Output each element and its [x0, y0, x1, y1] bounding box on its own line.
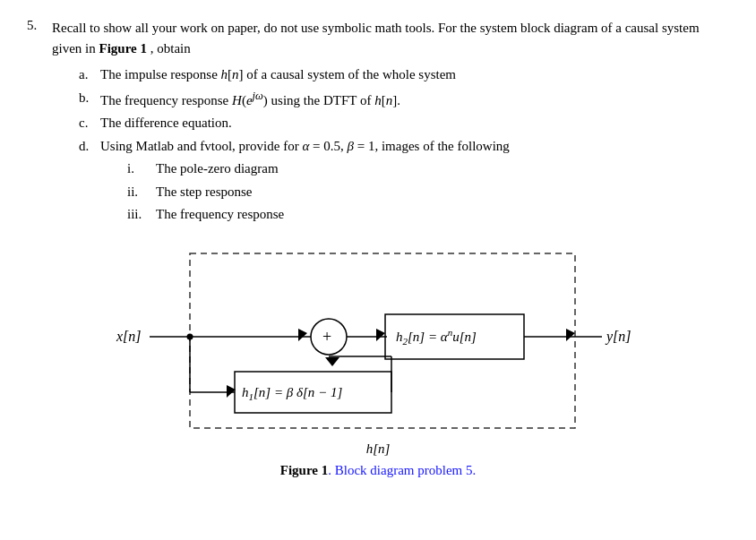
math-jw: jω: [253, 90, 263, 102]
sub-d-text: Using Matlab and fvtool, provide for α =…: [100, 135, 510, 227]
sub-b-text: The frequency response H(ejω) using the …: [100, 87, 400, 113]
x-label: x[n]: [116, 329, 142, 344]
sub-sub-i-text: The pole-zero diagram: [156, 158, 279, 181]
problem-container: 5. Recall to show all your work on paper…: [27, 18, 729, 227]
sub-sub-ii-text: The step response: [156, 181, 252, 204]
sub-item-c: c. The difference equation.: [79, 112, 729, 135]
problem-number: 5.: [27, 18, 45, 227]
diagram-container: x[n] + h2[n] = αnu[n]: [27, 244, 729, 478]
label-b: b.: [79, 87, 93, 113]
arrow-to-summer: [298, 329, 307, 341]
intro-end: , obtain: [150, 41, 191, 56]
sub-sub-item-ii: ii. The step response: [127, 181, 510, 204]
outer-dashed-box: [190, 253, 575, 428]
label-a: a.: [79, 64, 93, 87]
label-c: c.: [79, 112, 93, 135]
arrow-to-h2: [376, 329, 385, 341]
sub-a-text: The impulse response h[n] of a causal sy…: [100, 64, 456, 87]
math-beta: β: [347, 139, 353, 153]
sub-c-text: The difference equation.: [100, 112, 232, 135]
sub-items-list: a. The impulse response h[n] of a causal…: [79, 64, 729, 227]
math-e: e: [246, 93, 253, 107]
arrow-output: [566, 329, 575, 341]
math-hn: h: [221, 67, 228, 81]
math-alpha: α: [302, 139, 309, 153]
sub-sub-list: i. The pole-zero diagram ii. The step re…: [127, 158, 510, 227]
intro-text: Recall to show all your work on paper, d…: [52, 21, 700, 56]
figure-caption: Figure 1. Block diagram problem 5.: [280, 463, 476, 478]
math-hn2: h: [374, 93, 382, 107]
block-diagram-svg: x[n] + h2[n] = αnu[n]: [100, 244, 656, 450]
label-d: d.: [79, 135, 93, 227]
figure-caption-text: . Block diagram problem 5.: [328, 463, 476, 477]
plus-symbol: +: [322, 328, 331, 346]
label-i: i.: [127, 158, 149, 181]
label-ii: ii.: [127, 181, 149, 204]
figure-ref: Figure 1: [99, 41, 147, 56]
y-label: y[n]: [605, 329, 631, 345]
math-H: H: [232, 93, 242, 107]
math-n2: n: [386, 93, 393, 107]
arrow-up-to-summer: [325, 357, 339, 366]
math-n1: n: [232, 67, 239, 81]
h1-label: h1[n] = β δ[n − 1]: [242, 385, 342, 402]
problem-text: Recall to show all your work on paper, d…: [52, 18, 729, 227]
h2-label: h2[n] = αnu[n]: [396, 327, 477, 347]
label-iii: iii.: [127, 203, 149, 227]
sub-item-a: a. The impulse response h[n] of a causal…: [79, 64, 729, 87]
sub-sub-item-iii: iii. The frequency response: [127, 203, 510, 227]
sub-sub-iii-text: The frequency response: [156, 203, 284, 227]
figure-caption-bold: Figure 1: [280, 463, 328, 477]
sub-sub-item-i: i. The pole-zero diagram: [127, 158, 510, 181]
sub-item-b: b. The frequency response H(ejω) using t…: [79, 87, 729, 113]
sub-item-d: d. Using Matlab and fvtool, provide for …: [79, 135, 729, 227]
block-diagram: x[n] + h2[n] = αnu[n]: [100, 244, 656, 450]
